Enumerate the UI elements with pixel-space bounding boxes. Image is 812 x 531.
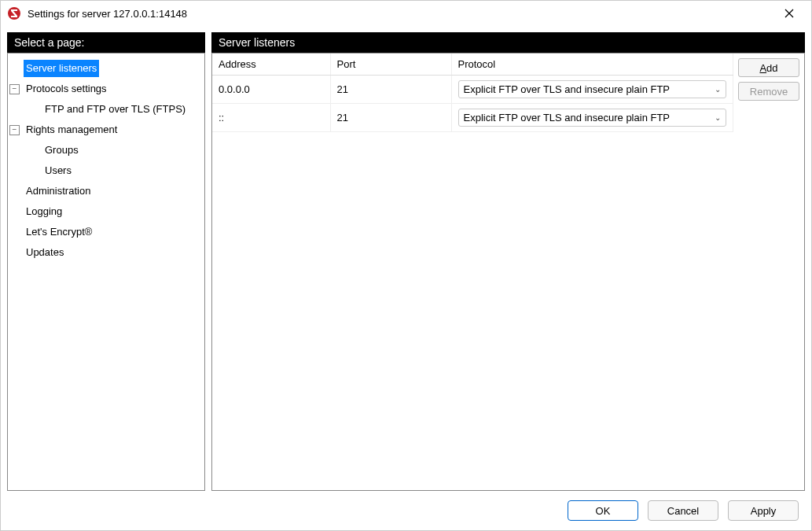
apply-button[interactable]: Apply [728, 500, 799, 521]
cell-protocol: Explicit FTP over TLS and insecure plain… [451, 104, 733, 132]
left-panel: Select a page: Server listeners−Protocol… [7, 32, 205, 491]
protocol-select[interactable]: Explicit FTP over TLS and insecure plain… [458, 109, 727, 127]
cell-protocol: Explicit FTP over TLS and insecure plain… [451, 76, 733, 104]
tree-item-label: Groups [42, 142, 81, 159]
tree-item[interactable]: FTP and FTP over TLS (FTPS) [11, 99, 201, 120]
dialog-footer: OK Cancel Apply [1, 497, 811, 530]
remove-button: Remove [738, 82, 799, 101]
tree-item[interactable]: Server listeners [11, 58, 201, 79]
right-panel-header: Server listeners [211, 32, 805, 53]
page-tree[interactable]: Server listeners−Protocols settingsFTP a… [7, 53, 205, 491]
protocol-value: Explicit FTP over TLS and insecure plain… [464, 83, 712, 95]
tree-item[interactable]: Logging [11, 201, 201, 222]
settings-window: Settings for server 127.0.0.1:14148 Sele… [0, 0, 812, 531]
expander-icon[interactable]: − [9, 125, 20, 135]
app-icon [7, 6, 21, 20]
ok-button[interactable]: OK [568, 500, 638, 521]
cell-address[interactable]: 0.0.0.0 [212, 76, 330, 104]
right-body: Address Port Protocol 0.0.0.021Explicit … [211, 53, 805, 491]
tree-item-label: Updates [24, 244, 66, 261]
window-title: Settings for server 127.0.0.1:14148 [28, 8, 773, 20]
table-header-row: Address Port Protocol [212, 53, 733, 76]
close-button[interactable] [773, 2, 805, 24]
side-buttons: Add Remove [733, 53, 804, 490]
right-panel: Server listeners Address Port Protocol 0… [211, 32, 805, 491]
tree-item[interactable]: Updates [11, 242, 201, 263]
tree-item[interactable]: Administration [11, 181, 201, 201]
tree-item-label: Protocols settings [24, 80, 109, 98]
cell-address[interactable]: :: [212, 104, 330, 132]
chevron-down-icon: ⌄ [715, 85, 721, 94]
column-protocol[interactable]: Protocol [451, 53, 733, 76]
protocol-select[interactable]: Explicit FTP over TLS and insecure plain… [458, 80, 727, 98]
close-icon [784, 9, 794, 18]
tree-item[interactable]: −Rights management [11, 120, 201, 140]
column-address[interactable]: Address [212, 53, 330, 76]
tree-item-label: Rights management [24, 121, 119, 138]
table-row[interactable]: 0.0.0.021Explicit FTP over TLS and insec… [212, 76, 733, 104]
cell-port[interactable]: 21 [330, 104, 451, 132]
add-button[interactable]: Add [738, 58, 799, 77]
tree-item-label: Administration [24, 183, 93, 200]
tree-item[interactable]: Let's Encrypt® [11, 222, 201, 242]
cell-port[interactable]: 21 [330, 76, 451, 104]
tree-item-label: FTP and FTP over TLS (FTPS) [42, 101, 188, 118]
tree-item-label: Server listeners [24, 60, 99, 77]
left-panel-header: Select a page: [7, 32, 205, 53]
listeners-table: Address Port Protocol 0.0.0.021Explicit … [212, 53, 733, 132]
listeners-table-area: Address Port Protocol 0.0.0.021Explicit … [212, 53, 733, 490]
protocol-value: Explicit FTP over TLS and insecure plain… [464, 112, 712, 124]
tree-item[interactable]: Users [11, 160, 201, 181]
chevron-down-icon: ⌄ [715, 113, 721, 122]
tree-item-label: Logging [24, 203, 64, 220]
tree-item-label: Let's Encrypt® [24, 223, 94, 241]
content-area: Select a page: Server listeners−Protocol… [1, 26, 811, 497]
column-port[interactable]: Port [330, 53, 451, 76]
titlebar: Settings for server 127.0.0.1:14148 [1, 1, 811, 26]
table-row[interactable]: ::21Explicit FTP over TLS and insecure p… [212, 104, 733, 132]
tree-item[interactable]: −Protocols settings [11, 79, 201, 99]
cancel-button[interactable]: Cancel [648, 500, 718, 521]
tree-item-label: Users [42, 162, 74, 179]
tree-item[interactable]: Groups [11, 140, 201, 160]
expander-icon[interactable]: − [9, 84, 20, 94]
